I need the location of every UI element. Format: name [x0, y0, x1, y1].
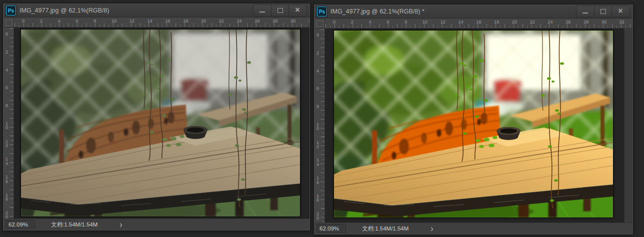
ruler-number: 1 0: [6, 122, 8, 130]
window-controls: ×: [253, 4, 306, 16]
window-titlebar[interactable]: Ps IMG_4977.jpg @ 62.1%(RGB/8) * ×: [314, 5, 632, 18]
ruler-number: 1 6: [316, 176, 319, 184]
ruler-number: 10: [112, 18, 116, 24]
ruler-number: 26: [566, 20, 570, 24]
zoom-level-field[interactable]: 62.09%: [316, 224, 346, 233]
maximize-icon: [600, 9, 606, 14]
ruler-number: 14: [458, 20, 464, 24]
window-title: IMG_4977.jpg @ 62.1%(RGB/8): [20, 7, 249, 14]
document-window-edited: Ps IMG_4977.jpg @ 62.1%(RGB/8) * × 02468…: [314, 4, 633, 234]
status-expander-button[interactable]: ›: [430, 224, 433, 233]
status-bar: 62.09% 文档:1.54M/1.54M ›: [4, 218, 310, 230]
ruler-number: 8: [316, 104, 319, 109]
ruler-number: 0: [333, 20, 336, 24]
canvas-area[interactable]: [14, 28, 310, 218]
ruler-number: 30: [602, 20, 606, 24]
close-icon: ×: [295, 6, 300, 14]
ruler-number: 20: [201, 18, 206, 24]
ruler-number: 8: [6, 104, 8, 108]
horizontal-ruler[interactable]: 02468101214161820222426283032: [14, 18, 310, 28]
photoshop-app-icon: Ps: [6, 6, 16, 16]
close-button[interactable]: ×: [612, 6, 629, 17]
zoom-level-field[interactable]: 62.09%: [6, 220, 35, 229]
ruler-number: 1 4: [316, 158, 319, 166]
ruler-number: 0: [316, 33, 319, 38]
ruler-number: 4: [6, 68, 8, 72]
ruler-number: 1 2: [6, 140, 8, 148]
ruler-number: 16: [476, 20, 481, 24]
maximize-icon: [278, 8, 283, 13]
ruler-row: 02468101214161820222426283032: [314, 18, 632, 28]
photo-canvas-edited[interactable]: [334, 30, 614, 218]
minimize-icon: [260, 12, 265, 12]
close-icon: ×: [618, 7, 622, 15]
photoshop-app-icon: Ps: [317, 6, 327, 16]
ruler-number: 20: [512, 20, 517, 24]
ruler-number: 12: [440, 20, 446, 24]
close-button[interactable]: ×: [288, 5, 306, 16]
ruler-number: 1 6: [6, 175, 8, 184]
window-body: 024681 01 21 41 61 82 0: [314, 28, 632, 222]
ruler-number: 1 0: [316, 122, 319, 131]
ruler-number: 2: [316, 51, 319, 56]
window-title: IMG_4977.jpg @ 62.1%(RGB/8) *: [330, 8, 572, 15]
ruler-number: 22: [219, 18, 224, 24]
ruler-number: 6: [6, 86, 8, 90]
ruler-number: 12: [130, 18, 134, 24]
ruler-number: 2 0: [6, 211, 8, 219]
ruler-number: 2: [40, 18, 42, 24]
ruler-number: 1 8: [6, 193, 8, 202]
ruler-number: 32: [308, 18, 310, 24]
status-expander-button[interactable]: ›: [120, 220, 122, 229]
ruler-number: 2 0: [316, 212, 319, 220]
horizontal-ruler[interactable]: 02468101214161820222426283032: [325, 18, 632, 28]
ruler-number: 6: [316, 86, 319, 91]
document-window-original: Ps IMG_4977.jpg @ 62.1%(RGB/8) × 0246810…: [3, 4, 310, 230]
ruler-number: 1 2: [316, 140, 319, 149]
minimize-button[interactable]: [576, 6, 594, 17]
ruler-number: 30: [290, 18, 296, 24]
ruler-number: 24: [237, 18, 242, 24]
minimize-icon: [582, 12, 588, 14]
ruler-number: 18: [183, 18, 188, 24]
ruler-origin-box[interactable]: [4, 18, 14, 28]
ruler-number: 8: [404, 20, 407, 24]
photo-canvas-original[interactable]: [20, 29, 300, 217]
ruler-number: 28: [272, 18, 278, 24]
maximize-button[interactable]: [271, 5, 288, 16]
ruler-number: 6: [76, 18, 78, 24]
ruler-number: 14: [148, 18, 152, 24]
ruler-origin-box[interactable]: [314, 18, 325, 28]
document-size-info[interactable]: 文档:1.54M/1.54M: [51, 221, 98, 228]
ruler-number: 1 4: [6, 157, 8, 166]
vertical-ruler[interactable]: 024681 01 21 41 61 82 0: [4, 28, 14, 218]
ruler-number: 2: [351, 20, 354, 24]
ruler-number: 10: [422, 20, 428, 24]
ruler-number: 6: [386, 20, 389, 24]
minimize-button[interactable]: [254, 5, 271, 16]
ruler-number: 18: [494, 20, 499, 24]
document-size-info[interactable]: 文档:1.54M/1.54M: [362, 225, 408, 232]
canvas-area[interactable]: [325, 28, 624, 222]
ruler-number: 22: [530, 20, 535, 24]
window-controls: ×: [576, 6, 630, 18]
status-bar: 62.09% 文档:1.54M/1.54M ›: [314, 222, 632, 234]
ruler-number: 2: [6, 50, 8, 54]
ruler-number: 4: [58, 18, 60, 24]
ruler-number: 8: [94, 18, 96, 24]
ruler-row: 02468101214161820222426283032: [4, 18, 310, 28]
ruler-number: 4: [316, 69, 319, 74]
ruler-number: 32: [620, 20, 624, 24]
vertical-ruler[interactable]: 024681 01 21 41 61 82 0: [314, 28, 325, 222]
ruler-number: 0: [22, 18, 24, 24]
maximize-button[interactable]: [594, 6, 612, 17]
window-body: 024681 01 21 41 61 82 0: [4, 28, 310, 218]
ruler-number: 1 8: [316, 194, 319, 202]
vertical-scrollbar[interactable]: [624, 28, 632, 222]
ruler-number: 4: [369, 20, 372, 24]
ruler-number: 24: [548, 20, 553, 24]
window-titlebar[interactable]: Ps IMG_4977.jpg @ 62.1%(RGB/8) ×: [4, 4, 310, 18]
ruler-number: 26: [254, 18, 260, 24]
ruler-number: 28: [584, 20, 588, 24]
ruler-number: 16: [165, 18, 170, 24]
